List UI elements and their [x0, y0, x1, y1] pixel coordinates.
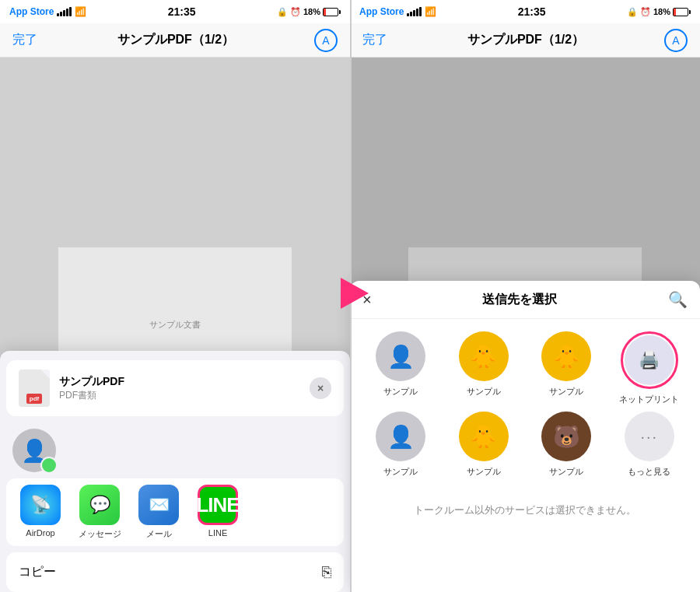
right-status-left: App Store 📶	[359, 6, 436, 17]
copy-label: コピー	[19, 564, 56, 580]
contact-name-3: サンプル	[549, 386, 583, 398]
left-nav-title: サンプルPDF（1/2）	[117, 32, 234, 48]
right-nav-title: サンプルPDF（1/2）	[467, 32, 584, 48]
left-store-label: App Store	[9, 6, 54, 17]
line-label: LINE	[208, 528, 227, 538]
app-item-line[interactable]: LINE LINE	[190, 485, 246, 538]
line-contact-more[interactable]: ··· もっと見る	[611, 412, 688, 478]
netprint-name: ネットプリント	[619, 394, 679, 405]
right-battery-pct: 18%	[653, 7, 670, 16]
right-status-bar: App Store 📶 21:35 🔒 ⏰ 18%	[350, 0, 700, 23]
contact-avatar-6: 🐥	[459, 412, 509, 461]
share-close-button[interactable]: ×	[310, 377, 331, 399]
line-icon: LINE	[198, 485, 238, 525]
right-panel: App Store 📶 21:35 🔒 ⏰ 18% 完了 サンプルPDF（1/2…	[350, 0, 700, 592]
contact-avatar-1: 👤	[376, 331, 425, 381]
contact-avatar-2: 🐥	[459, 331, 509, 381]
right-back-button[interactable]: 完了	[362, 32, 387, 48]
mail-icon: ✉️	[138, 485, 179, 525]
transition-arrow	[341, 278, 369, 309]
contact-avatar-5: 👤	[376, 412, 425, 461]
share-file-info: pdf サンプルPDF PDF書類	[19, 370, 124, 407]
app-item-mail[interactable]: ✉️ メール	[131, 485, 187, 540]
airdrop-icon: 📡	[20, 485, 61, 525]
left-signal-bars	[57, 7, 72, 16]
netprint-avatar: 🖨️	[625, 335, 674, 385]
line-share-sheet: × 送信先を選択 🔍 👤 サンプル 🐥 サンプル 🐥	[350, 281, 700, 592]
more-label: もっと見る	[628, 466, 670, 478]
left-action-button[interactable]: A	[314, 29, 338, 52]
left-pdf-text: サンプル文書	[149, 319, 201, 331]
contact-avatar-7: 🐻	[541, 412, 591, 461]
line-search-button[interactable]: 🔍	[668, 290, 688, 309]
left-share-sheet: pdf サンプルPDF PDF書類 × 👤 📡 AirDrop	[0, 351, 350, 592]
left-alarm-icon: ⏰	[290, 7, 301, 17]
contact-name-2: サンプル	[467, 386, 501, 398]
line-notice-text: トークルーム以外のサービスは選択できません。	[414, 504, 636, 516]
right-action-button[interactable]: A	[664, 29, 688, 52]
contact-avatar-3: 🐥	[541, 331, 591, 381]
right-store-label: App Store	[359, 6, 404, 17]
line-sheet-header: × 送信先を選択 🔍	[350, 281, 700, 319]
left-lock-icon: 🔒	[277, 7, 288, 17]
app-item-messages[interactable]: 💬 メッセージ	[72, 485, 128, 540]
right-nav-bar: 完了 サンプルPDF（1/2） A	[350, 23, 700, 58]
share-file-name: サンプルPDF	[59, 375, 124, 389]
line-contact-3[interactable]: 🐥 サンプル	[528, 331, 605, 405]
airdrop-label: AirDrop	[26, 528, 54, 538]
contact-name-5: サンプル	[383, 466, 418, 478]
contact-name-7: サンプル	[549, 466, 583, 478]
messages-icon: 💬	[79, 485, 120, 525]
line-contact-7[interactable]: 🐻 サンプル	[528, 412, 605, 478]
pdf-file-icon: pdf	[19, 370, 50, 407]
share-file-header: pdf サンプルPDF PDF書類 ×	[6, 360, 344, 416]
netprint-selected-ring: 🖨️	[621, 331, 678, 389]
left-time: 21:35	[168, 5, 196, 18]
mail-label: メール	[146, 528, 172, 540]
share-file-type: PDF書類	[59, 389, 124, 402]
left-status-left: App Store 📶	[9, 6, 86, 17]
left-battery-icon	[323, 8, 341, 16]
line-contact-6[interactable]: 🐥 サンプル	[446, 412, 523, 478]
share-file-text: サンプルPDF PDF書類	[59, 375, 124, 402]
right-status-right: 🔒 ⏰ 18%	[627, 7, 691, 17]
left-battery-pct: 18%	[303, 7, 320, 16]
left-back-button[interactable]: 完了	[12, 32, 37, 48]
more-avatar: ···	[625, 412, 674, 461]
right-lock-icon: 🔒	[627, 7, 638, 17]
airdrop-avatar: 👤	[12, 429, 56, 472]
line-contact-5[interactable]: 👤 サンプル	[362, 412, 439, 478]
left-status-right: 🔒 ⏰ 18%	[277, 7, 341, 17]
right-battery-icon	[673, 8, 691, 16]
airdrop-contact-row: 👤	[0, 422, 350, 478]
messages-label: メッセージ	[79, 528, 121, 540]
left-nav-bar: 完了 サンプルPDF（1/2） A	[0, 23, 350, 58]
line-contacts-grid: 👤 サンプル 🐥 サンプル 🐥 サンプル 🖨️	[350, 319, 700, 490]
right-time: 21:35	[518, 5, 546, 18]
contact-name-1: サンプル	[383, 386, 418, 398]
arrow-shape	[341, 278, 369, 309]
avatar-person-icon: 👤	[21, 438, 48, 464]
apps-row: 📡 AirDrop 💬 メッセージ ✉️ メール LINE L	[6, 478, 344, 546]
left-panel: App Store 📶 21:35 🔒 ⏰ 18% 完了 サンプルPDF（1/2…	[0, 0, 350, 592]
right-alarm-icon: ⏰	[640, 7, 651, 17]
left-wifi-icon: 📶	[75, 6, 86, 17]
app-item-airdrop[interactable]: 📡 AirDrop	[12, 485, 68, 538]
line-contact-1[interactable]: 👤 サンプル	[362, 331, 439, 405]
right-signal-bars	[407, 7, 422, 16]
copy-icon: ⎘	[322, 563, 331, 581]
right-wifi-icon: 📶	[425, 6, 436, 17]
left-status-bar: App Store 📶 21:35 🔒 ⏰ 18%	[0, 0, 350, 23]
line-contact-2[interactable]: 🐥 サンプル	[446, 331, 523, 405]
contact-name-6: サンプル	[467, 466, 501, 478]
line-contact-netprint[interactable]: 🖨️ ネットプリント	[611, 331, 688, 405]
copy-row[interactable]: コピー ⎘	[6, 552, 344, 592]
line-notice: トークルーム以外のサービスは選択できません。	[350, 490, 700, 531]
line-sheet-title: 送信先を選択	[482, 292, 557, 308]
